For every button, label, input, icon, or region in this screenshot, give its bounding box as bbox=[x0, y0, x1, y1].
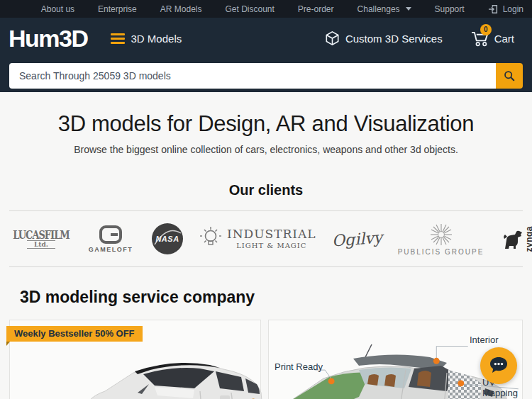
annotation-interior: Interior bbox=[470, 335, 498, 345]
topbar-link-enterprise[interactable]: Enterprise bbox=[98, 4, 137, 14]
ilm-text-line2: LIGHT & MAGIC bbox=[227, 242, 316, 249]
client-logo-publicis: PUBLICIS GROUPE bbox=[398, 223, 484, 256]
client-logo-ilm: INDUSTRIAL LIGHT & MAGIC bbox=[200, 226, 316, 252]
publicis-text: PUBLICIS GROUPE bbox=[398, 248, 484, 256]
nav-custom-3d-services[interactable]: Custom 3D Services bbox=[326, 31, 443, 45]
site-logo[interactable]: Hum3D bbox=[9, 26, 88, 50]
search-strip bbox=[0, 59, 532, 92]
client-logo-nasa: NASA bbox=[152, 223, 183, 254]
topbar-link-get-discount[interactable]: Get Discount bbox=[225, 4, 274, 14]
nav-custom-3d-services-label: Custom 3D Services bbox=[345, 33, 443, 45]
cart-button[interactable]: 0 Cart bbox=[471, 30, 514, 47]
caret-down-icon bbox=[406, 7, 411, 11]
topbar-link-support[interactable]: Support bbox=[435, 4, 465, 14]
main-header: Hum3D 3D Models Custom 3D Services 0 bbox=[0, 18, 532, 59]
client-logos-row: LUCASFILM Ltd. GAMELOFT NASA bbox=[0, 211, 532, 266]
gameloft-icon bbox=[99, 225, 122, 244]
topbar-link-challenges[interactable]: Challenges bbox=[358, 4, 411, 14]
client-logo-zynga: zynga bbox=[502, 226, 532, 252]
client-logo-ogilvy: Ogilvy bbox=[331, 228, 383, 249]
header-right-group: Custom 3D Services 0 Cart bbox=[326, 30, 514, 47]
hero-section: 3D models for Design, AR and Visualizati… bbox=[0, 92, 532, 155]
hero-title: 3D models for Design, AR and Visualizati… bbox=[0, 111, 532, 137]
topbar-link-login[interactable]: Login bbox=[488, 4, 523, 14]
white-car-image bbox=[81, 352, 264, 399]
search-icon bbox=[504, 70, 515, 82]
zynga-dog-icon bbox=[502, 229, 523, 252]
clients-divider-bottom bbox=[9, 266, 523, 267]
gameloft-text: GAMELOFT bbox=[89, 246, 133, 253]
service-cards: Weekly Bestseller 50% OFF bbox=[9, 320, 523, 399]
page: About us Enterprise AR Models Get Discou… bbox=[0, 0, 532, 399]
cart-count-badge: 0 bbox=[480, 24, 492, 35]
nav-3d-models[interactable]: 3D Models bbox=[111, 33, 182, 45]
zynga-text: zynga bbox=[524, 226, 532, 252]
hero-subtitle: Browse the biggest online collection of … bbox=[0, 144, 532, 155]
topbar-link-about[interactable]: About us bbox=[41, 4, 74, 14]
ilm-bulb-icon bbox=[200, 226, 221, 252]
services-section-title: 3D modeling service company bbox=[20, 288, 532, 307]
client-logo-gameloft: GAMELOFT bbox=[88, 225, 133, 253]
topbar-link-ar-models[interactable]: AR Models bbox=[160, 4, 202, 14]
cube-icon bbox=[326, 31, 339, 45]
cart-label: Cart bbox=[494, 33, 514, 45]
weekly-bestseller-card[interactable]: Weekly Bestseller 50% OFF bbox=[9, 320, 261, 399]
topbar-link-pre-order[interactable]: Pre-order bbox=[298, 4, 334, 14]
hamburger-menu-icon bbox=[111, 33, 125, 44]
clients-title: Our clients bbox=[0, 182, 532, 198]
search-button[interactable] bbox=[496, 63, 523, 89]
nasa-text: NASA bbox=[155, 235, 179, 243]
login-icon bbox=[488, 4, 499, 14]
search-form bbox=[9, 63, 523, 89]
nav-3d-models-label: 3D Models bbox=[131, 33, 182, 45]
ilm-text-line1: INDUSTRIAL bbox=[227, 228, 316, 240]
topbar-challenges-label: Challenges bbox=[358, 4, 400, 14]
lucasfilm-text: LUCASFILM bbox=[13, 227, 69, 241]
annotation-print-ready: Print Ready bbox=[275, 361, 323, 372]
search-input[interactable] bbox=[9, 63, 496, 89]
topbar-login-label: Login bbox=[503, 4, 523, 14]
publicis-lion-icon bbox=[429, 223, 453, 247]
bestseller-ribbon-badge: Weekly Bestseller 50% OFF bbox=[6, 326, 143, 342]
top-utility-bar: About us Enterprise AR Models Get Discou… bbox=[0, 0, 532, 18]
client-logo-lucasfilm: LUCASFILM Ltd. bbox=[10, 229, 72, 249]
chat-button[interactable] bbox=[480, 347, 517, 384]
lucasfilm-ltd-text: Ltd. bbox=[27, 240, 55, 249]
chat-bubble-icon bbox=[488, 356, 509, 376]
